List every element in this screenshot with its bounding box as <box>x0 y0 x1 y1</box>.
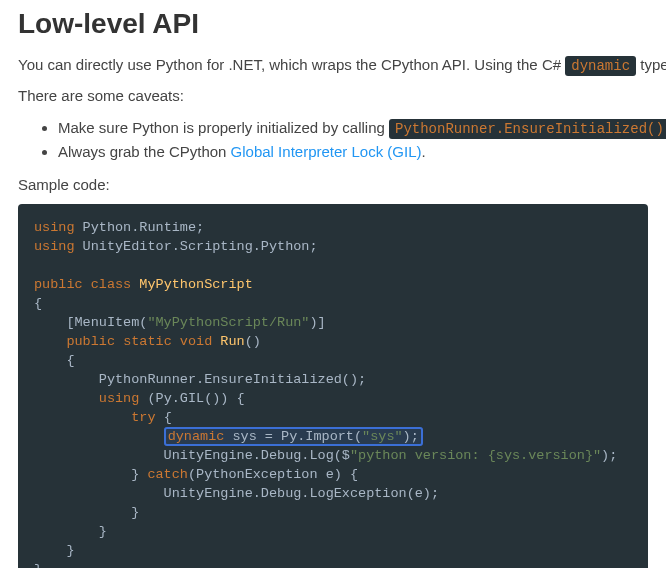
intro-suffix: type, you can <box>636 56 666 73</box>
close-1: } <box>34 505 139 520</box>
ensure-init-code-inline: PythonRunner.EnsureInitialized() <box>389 119 666 139</box>
kw-catch: catch <box>147 467 188 482</box>
sys-str: "sys" <box>362 429 403 444</box>
sample-code-label: Sample code: <box>18 174 648 197</box>
menu-open: [MenuItem( <box>34 315 147 330</box>
gil-link[interactable]: Global Interpreter Lock (GIL) <box>231 143 422 160</box>
ensure-call: PythonRunner.EnsureInitialized(); <box>34 372 366 387</box>
logexc: UnityEngine.Debug.LogException(e); <box>34 486 439 501</box>
sys-a: sys = Py.Import( <box>224 429 362 444</box>
kw-using-1: using <box>34 220 75 235</box>
caveat-2-suffix: . <box>422 143 426 160</box>
close-4: } <box>34 562 42 568</box>
catch-sig: (PythonException e) { <box>188 467 358 482</box>
cls-name: MyPythonScript <box>139 277 252 292</box>
kw-void: void <box>180 334 212 349</box>
ns-2: UnityEditor.Scripting.Python; <box>75 239 318 254</box>
selected-line: dynamic sys = Py.Import("sys"); <box>164 427 423 446</box>
close-3: } <box>34 543 75 558</box>
caveat-2: Always grab the CPython Global Interpret… <box>58 140 648 164</box>
menu-close: )] <box>309 315 325 330</box>
kw-try: try <box>131 410 155 425</box>
kw-static: static <box>123 334 172 349</box>
intro-paragraph: You can directly use Python for .NET, wh… <box>18 54 648 77</box>
brace-open-2: { <box>34 353 75 368</box>
catch-close-brace: } <box>34 467 147 482</box>
log-str: "python version: {sys.version}" <box>350 448 601 463</box>
caveats-intro: There are some caveats: <box>18 85 648 108</box>
intro-text: You can directly use Python for .NET, wh… <box>18 56 565 73</box>
kw-using-3: using <box>99 391 140 406</box>
page-title: Low-level API <box>18 8 648 40</box>
brace-open: { <box>34 296 42 311</box>
caveat-1-prefix: Make sure Python is properly initialized… <box>58 119 389 136</box>
kw-dynamic: dynamic <box>168 429 225 444</box>
try-brace: { <box>156 410 172 425</box>
code-block[interactable]: using Python.Runtime; using UnityEditor.… <box>18 204 648 568</box>
gil-open: (Py.GIL()) { <box>139 391 244 406</box>
menu-str: "MyPythonScript/Run" <box>147 315 309 330</box>
log-b: ); <box>601 448 617 463</box>
kw-using-2: using <box>34 239 75 254</box>
caveats-list: Make sure Python is properly initialized… <box>18 116 648 164</box>
run-parens: () <box>245 334 261 349</box>
sys-b: ); <box>403 429 419 444</box>
caveat-2-prefix: Always grab the CPython <box>58 143 231 160</box>
fn-run: Run <box>220 334 244 349</box>
ns-1: Python.Runtime; <box>75 220 205 235</box>
kw-class: class <box>91 277 132 292</box>
dynamic-code-inline: dynamic <box>565 56 636 76</box>
log-a: UnityEngine.Debug.Log($ <box>34 448 350 463</box>
close-2: } <box>34 524 107 539</box>
kw-public-1: public <box>34 277 83 292</box>
caveat-1: Make sure Python is properly initialized… <box>58 116 648 140</box>
kw-public-2: public <box>66 334 115 349</box>
